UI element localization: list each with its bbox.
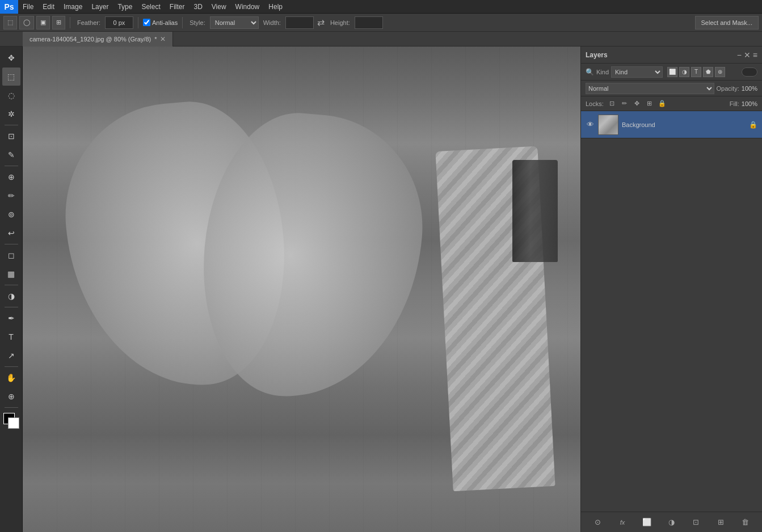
- filter-type-icon[interactable]: T: [691, 67, 701, 77]
- tool-separator-4: [5, 285, 18, 285]
- clone-icon: ⊚: [8, 210, 15, 219]
- document-tab[interactable]: camera-1840054_1920.jpg @ 80% (Gray/8) *…: [23, 32, 173, 47]
- move-tool-icon: ✥: [8, 53, 15, 62]
- lock-position-btn[interactable]: ✥: [632, 99, 642, 109]
- move-tool[interactable]: ✥: [2, 49, 20, 67]
- eyedropper-tool[interactable]: ✎: [2, 146, 20, 164]
- anti-alias-checkbox[interactable]: Anti-alias: [143, 19, 178, 26]
- lock-pixels-btn[interactable]: ✏: [620, 99, 630, 109]
- layers-footer: ⊙ fx ⬜ ◑ ⊡ ⊞ 🗑: [581, 512, 762, 532]
- main-area: ✥ ⬚ ◌ ✲ ⊡ ✎ ⊕ ✏ ⊚ ↩ ◻: [0, 47, 762, 532]
- layer-lock-icon: 🔒: [749, 121, 757, 129]
- delete-layer-btn[interactable]: 🗑: [739, 517, 751, 528]
- panel-icons: − ✕ ≡: [737, 50, 757, 60]
- options-bar: ⬚ ◯ ▣ ⊞ Feather: Anti-alias Style: Norma…: [0, 14, 762, 32]
- magic-wand-icon: ✲: [8, 109, 15, 119]
- filter-shape-icon[interactable]: ⬟: [703, 67, 713, 77]
- menu-filter[interactable]: Filter: [165, 0, 190, 14]
- search-icon: 🔍: [586, 68, 594, 76]
- filter-pixel-icon[interactable]: ⬜: [667, 67, 677, 77]
- marquee-tool-icon: ⬚: [7, 72, 15, 81]
- menu-view[interactable]: View: [207, 0, 231, 14]
- blend-mode-select[interactable]: Normal Dissolve Darken Multiply Color Bu…: [586, 83, 714, 94]
- lock-transparent-btn[interactable]: ⊡: [607, 99, 617, 109]
- menu-3d[interactable]: 3D: [189, 0, 207, 14]
- menu-window[interactable]: Window: [231, 0, 264, 14]
- layer-kind-select[interactable]: Kind Name Effect Mode Attribute Color Sm…: [611, 66, 663, 78]
- dodge-tool[interactable]: ◑: [2, 287, 20, 305]
- height-input[interactable]: [355, 16, 383, 29]
- layer-row-background[interactable]: 👁 Background 🔒: [581, 111, 762, 138]
- add-mask-btn[interactable]: ⬜: [641, 517, 652, 528]
- layer-visibility-toggle[interactable]: 👁: [586, 120, 595, 129]
- marquee-tool[interactable]: ⬚: [2, 67, 20, 86]
- spot-heal-tool[interactable]: ⊕: [2, 168, 20, 186]
- layer-thumb-preview: [599, 115, 618, 134]
- magic-wand-tool[interactable]: ✲: [2, 105, 20, 123]
- doc-tab-name: camera-1840054_1920.jpg @ 80% (Gray/8): [30, 36, 151, 43]
- zoom-tool[interactable]: ⊕: [2, 387, 20, 406]
- background-color[interactable]: [8, 417, 19, 429]
- crop-tool[interactable]: ⊡: [2, 127, 20, 145]
- tool-separator-6: [5, 366, 18, 367]
- path-select-icon: ↗: [8, 351, 15, 360]
- add-effect-btn[interactable]: fx: [617, 517, 628, 528]
- menu-edit[interactable]: Edit: [38, 0, 59, 14]
- panel-menu-btn[interactable]: ≡: [753, 50, 757, 60]
- fill-value: 100%: [742, 100, 757, 107]
- swap-icon[interactable]: ⇄: [316, 17, 326, 28]
- history-brush-tool[interactable]: ↩: [2, 224, 20, 242]
- select-mask-btn[interactable]: Select and Mask...: [695, 16, 759, 29]
- toolbar: ✥ ⬚ ◌ ✲ ⊡ ✎ ⊕ ✏ ⊚ ↩ ◻: [0, 47, 23, 532]
- lasso-tool[interactable]: ◌: [2, 86, 20, 104]
- menu-help[interactable]: Help: [264, 0, 287, 14]
- locks-label: Locks:: [586, 100, 604, 107]
- layer-name-label: Background: [622, 121, 746, 128]
- menu-type[interactable]: Type: [113, 0, 137, 14]
- link-layers-btn[interactable]: ⊙: [592, 517, 604, 528]
- feather-input[interactable]: [105, 16, 133, 29]
- add-selection-btn[interactable]: ⊞: [52, 16, 65, 29]
- lock-all-btn[interactable]: 🔒: [657, 99, 667, 109]
- new-fill-adj-btn[interactable]: ◑: [666, 517, 677, 528]
- history-brush-icon: ↩: [8, 229, 15, 238]
- tab-close-btn[interactable]: ✕: [160, 35, 166, 43]
- new-group-btn[interactable]: ⊡: [691, 517, 702, 528]
- layers-header: Layers − ✕ ≡: [581, 47, 762, 64]
- gradient-tool[interactable]: ▦: [2, 265, 20, 283]
- panel-collapse-btn[interactable]: −: [737, 50, 742, 60]
- filter-adjustment-icon[interactable]: ◑: [679, 67, 689, 77]
- ellipse-marquee-btn[interactable]: ◯: [19, 16, 34, 29]
- tool-separator-2: [5, 166, 18, 166]
- style-select[interactable]: Normal Fixed Ratio Fixed Size: [210, 16, 259, 29]
- filter-smart-icon[interactable]: ⊛: [715, 67, 725, 77]
- lock-artboard-btn[interactable]: ⊞: [645, 99, 655, 109]
- hand-tool[interactable]: ✋: [2, 369, 20, 387]
- color-swatches[interactable]: [2, 412, 20, 430]
- menu-select[interactable]: Select: [137, 0, 165, 14]
- pen-tool[interactable]: ✒: [2, 309, 20, 327]
- brush-tool[interactable]: ✏: [2, 187, 20, 205]
- rect-marquee-btn[interactable]: ⬚: [3, 16, 17, 29]
- new-selection-btn[interactable]: ▣: [36, 16, 50, 29]
- dodge-icon: ◑: [8, 292, 15, 301]
- clone-tool[interactable]: ⊚: [2, 205, 20, 223]
- new-layer-btn[interactable]: ⊞: [715, 517, 726, 528]
- eraser-tool[interactable]: ◻: [2, 246, 20, 264]
- menu-image[interactable]: Image: [59, 0, 87, 14]
- brush-icon: ✏: [8, 191, 15, 200]
- layer-thumbnail: [598, 115, 618, 135]
- width-input[interactable]: [285, 16, 314, 29]
- panel-close-btn[interactable]: ✕: [744, 50, 751, 60]
- layers-panel: Layers − ✕ ≡ 🔍 Kind Kind Name Effect Mod…: [580, 47, 762, 532]
- filter-toggle[interactable]: [742, 67, 757, 77]
- path-select-tool[interactable]: ↗: [2, 347, 20, 365]
- divider-2: [138, 17, 138, 28]
- menu-layer[interactable]: Layer: [87, 0, 113, 14]
- opacity-value: 100%: [742, 85, 757, 92]
- tool-separator-1: [5, 125, 18, 125]
- layers-mode-bar: Normal Dissolve Darken Multiply Color Bu…: [581, 81, 762, 96]
- menu-file[interactable]: File: [18, 0, 38, 14]
- text-tool[interactable]: T: [2, 328, 20, 346]
- bottle: [512, 160, 558, 262]
